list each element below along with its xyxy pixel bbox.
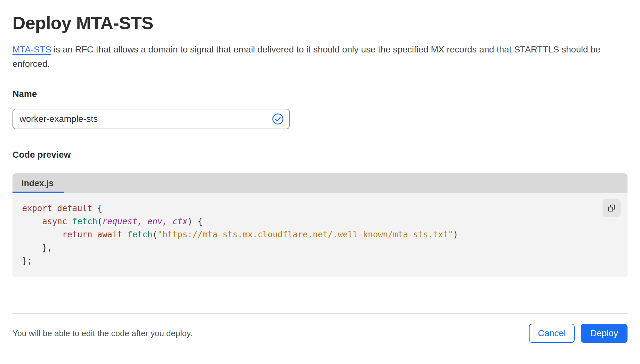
code-tabbar: index.js — [12, 173, 628, 193]
footer-actions: Cancel Deploy — [529, 324, 628, 343]
code-line: export default { — [22, 202, 628, 215]
tab-index-js[interactable]: index.js — [12, 173, 64, 193]
check-circle-icon — [272, 113, 284, 125]
code-editor: export default { async fetch(request, en… — [12, 193, 628, 277]
name-input[interactable] — [20, 114, 272, 124]
name-input-wrapper — [12, 109, 290, 129]
deploy-button[interactable]: Deploy — [581, 324, 628, 343]
code-line: }; — [22, 254, 628, 267]
description: MTA-STS is an RFC that allows a domain t… — [12, 42, 624, 71]
cancel-button[interactable]: Cancel — [529, 324, 575, 343]
copy-code-button[interactable] — [603, 199, 621, 217]
deploy-mta-sts-page: Deploy MTA-STS MTA-STS is an RFC that al… — [0, 13, 640, 343]
code-line: async fetch(request, env, ctx) { — [22, 215, 628, 228]
code-preview-block: index.js export default { async fetch(re… — [12, 173, 628, 277]
footer-note: You will be able to edit the code after … — [12, 328, 192, 338]
footer: You will be able to edit the code after … — [12, 324, 628, 343]
code-line: }, — [22, 241, 628, 254]
mta-sts-link[interactable]: MTA-STS — [12, 44, 51, 54]
code-line: return await fetch("https://mta-sts.mx.c… — [22, 228, 628, 241]
footer-divider — [12, 313, 628, 314]
tab-label: index.js — [21, 178, 54, 188]
page-title: Deploy MTA-STS — [12, 13, 628, 33]
description-text: is an RFC that allows a domain to signal… — [12, 44, 600, 69]
name-label: Name — [12, 89, 628, 99]
copy-icon — [607, 204, 616, 212]
code-preview-label: Code preview — [12, 150, 628, 160]
